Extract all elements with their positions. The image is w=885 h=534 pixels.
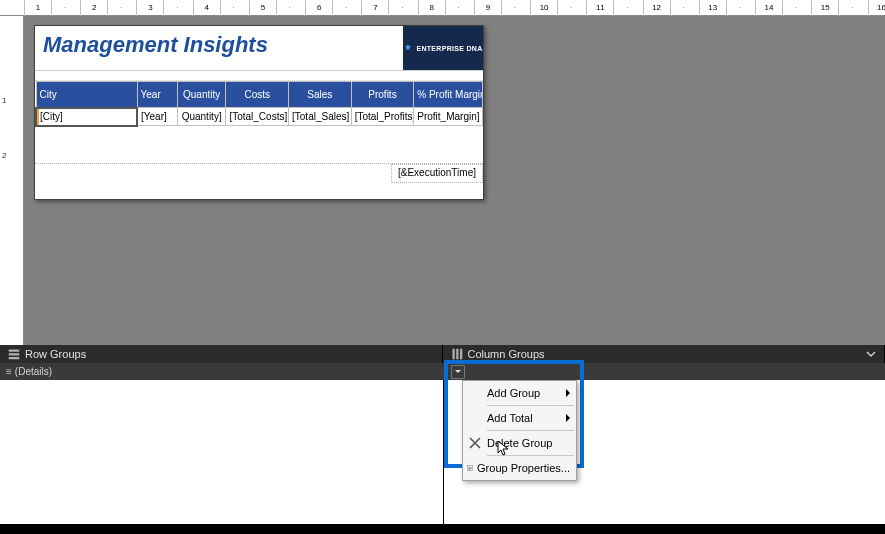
svg-rect-4 bbox=[456, 349, 458, 360]
properties-icon bbox=[467, 460, 473, 476]
svg-rect-7 bbox=[469, 467, 472, 468]
col-header-city[interactable]: City bbox=[36, 82, 137, 108]
ruler-vertical: 1 2 bbox=[0, 16, 24, 345]
brand-star-icon bbox=[403, 43, 413, 53]
execution-time-field[interactable]: [&ExecutionTime] bbox=[391, 164, 483, 183]
bottom-strip bbox=[0, 524, 885, 534]
submenu-arrow-icon bbox=[566, 389, 570, 397]
col-header-margin[interactable]: % Profit Margin bbox=[414, 82, 483, 108]
report-design-surface: 1· 2· 3· 4· 5· 6· 7· 8· 9· 10· 11· 12· 1… bbox=[0, 0, 885, 345]
cell-city[interactable]: [City] bbox=[36, 108, 137, 126]
chevron-down-icon[interactable] bbox=[866, 349, 876, 359]
report-footer: [&ExecutionTime] bbox=[35, 163, 483, 183]
cell-year[interactable]: [Year] bbox=[137, 108, 177, 126]
svg-rect-1 bbox=[9, 353, 20, 355]
chevron-down-icon bbox=[454, 368, 462, 376]
svg-rect-5 bbox=[460, 349, 462, 360]
menu-item-label: Group Properties... bbox=[477, 462, 570, 474]
row-groups-header[interactable]: Row Groups bbox=[0, 345, 443, 363]
panel-divider[interactable] bbox=[443, 380, 444, 524]
menu-item-label: Add Total bbox=[487, 412, 562, 424]
menu-item-label: Add Group bbox=[487, 387, 562, 399]
report-title[interactable]: Management Insights bbox=[35, 26, 403, 70]
menu-separator bbox=[487, 455, 574, 456]
tablix-header-row: City Year Quantity Costs Sales Profits %… bbox=[36, 82, 483, 108]
group-panel-body: (Details) bbox=[0, 363, 885, 380]
cell-sales[interactable]: [Total_Sales] bbox=[289, 108, 352, 126]
group-panel-header: Row Groups Column Groups bbox=[0, 345, 885, 363]
report-page[interactable]: Management Insights ENTERPRISE DNA City … bbox=[34, 25, 484, 200]
column-groups-icon bbox=[451, 348, 463, 360]
menu-separator bbox=[487, 405, 574, 406]
menu-separator bbox=[487, 430, 574, 431]
cell-quantity[interactable]: Quantity] bbox=[177, 108, 225, 126]
col-header-costs[interactable]: Costs bbox=[226, 82, 289, 108]
svg-rect-2 bbox=[9, 357, 20, 359]
details-group-label: (Details) bbox=[6, 366, 52, 377]
col-header-year[interactable]: Year bbox=[137, 82, 177, 108]
row-group-details[interactable]: (Details) bbox=[0, 363, 443, 380]
svg-rect-0 bbox=[9, 350, 20, 352]
row-groups-icon bbox=[8, 348, 20, 360]
cell-profits[interactable]: [Total_Profits] bbox=[351, 108, 414, 126]
menu-item-add-total[interactable]: Add Total bbox=[463, 408, 576, 428]
tablix-detail-row: [City] [Year] Quantity] [Total_Costs] [T… bbox=[36, 108, 483, 126]
svg-rect-9 bbox=[469, 469, 471, 470]
column-groups-header[interactable]: Column Groups bbox=[443, 345, 886, 363]
cell-costs[interactable]: [Total_Costs] bbox=[226, 108, 289, 126]
menu-item-label: Delete Group bbox=[487, 437, 570, 449]
col-header-sales[interactable]: Sales bbox=[289, 82, 352, 108]
menu-item-add-group[interactable]: Add Group bbox=[463, 383, 576, 403]
delete-icon bbox=[467, 435, 483, 451]
menu-item-group-properties[interactable]: Group Properties... bbox=[463, 458, 576, 478]
menu-item-delete-group[interactable]: Delete Group bbox=[463, 433, 576, 453]
cell-margin[interactable]: Profit_Margin] bbox=[414, 108, 483, 126]
group-context-menu: Add Group Add Total Delete Group Group P… bbox=[462, 380, 577, 481]
col-header-profits[interactable]: Profits bbox=[351, 82, 414, 108]
brand-logo: ENTERPRISE DNA bbox=[403, 26, 483, 70]
svg-rect-8 bbox=[469, 468, 472, 469]
column-group-dropdown[interactable] bbox=[451, 365, 465, 379]
row-groups-label: Row Groups bbox=[25, 348, 86, 360]
tablix[interactable]: City Year Quantity Costs Sales Profits %… bbox=[35, 81, 483, 127]
submenu-arrow-icon bbox=[566, 414, 570, 422]
svg-rect-3 bbox=[452, 349, 454, 360]
brand-logo-text: ENTERPRISE DNA bbox=[416, 45, 482, 52]
ruler-horizontal: 1· 2· 3· 4· 5· 6· 7· 8· 9· 10· 11· 12· 1… bbox=[0, 0, 885, 16]
column-group-area[interactable] bbox=[443, 363, 886, 380]
column-groups-label: Column Groups bbox=[468, 348, 545, 360]
col-header-quantity[interactable]: Quantity bbox=[177, 82, 225, 108]
